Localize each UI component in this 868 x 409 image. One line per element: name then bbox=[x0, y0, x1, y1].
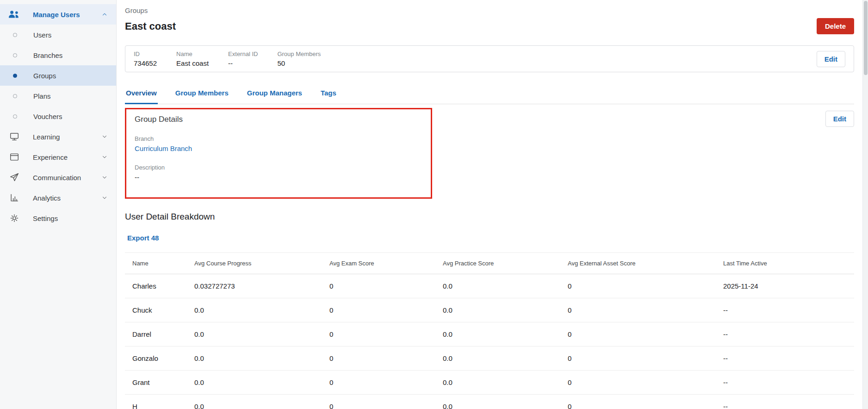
chevron-down-icon bbox=[101, 154, 108, 160]
tab-group-members[interactable]: Group Members bbox=[174, 85, 229, 104]
branch-link[interactable]: Curriculum Branch bbox=[135, 145, 192, 152]
user-detail-breakdown-title: User Detail Breakdown bbox=[125, 212, 854, 222]
gear-icon bbox=[8, 213, 20, 223]
paper-plane-icon bbox=[8, 172, 20, 182]
chevron-down-icon bbox=[101, 174, 108, 181]
tab-tags[interactable]: Tags bbox=[320, 85, 337, 104]
monitor-icon bbox=[8, 132, 20, 142]
field-value: -- bbox=[135, 173, 422, 181]
cell-avg-practice-score: 0.0 bbox=[443, 298, 568, 322]
cell-avg-external-asset-score: 0 bbox=[568, 322, 723, 346]
sidebar-item-label: Learning bbox=[33, 133, 101, 141]
cell-avg-course-progress: 0.0 bbox=[194, 322, 329, 346]
sidebar-item-label: Settings bbox=[33, 214, 108, 222]
cell-avg-course-progress: 0.0 bbox=[194, 346, 329, 371]
table-row[interactable]: Grant 0.0 0 0.0 0 -- bbox=[125, 371, 854, 395]
cell-name: Darrel bbox=[125, 322, 194, 346]
sidebar-item-manage-users[interactable]: Manage Users bbox=[0, 4, 116, 25]
cell-avg-course-progress: 0.032727273 bbox=[194, 274, 329, 298]
cell-avg-external-asset-score: 0 bbox=[568, 274, 723, 298]
sidebar-item-label: Vouchers bbox=[33, 113, 62, 120]
group-details-card-annotated: Group Details Branch Curriculum Branch D… bbox=[125, 108, 432, 199]
export-link[interactable]: Export 48 bbox=[127, 234, 159, 242]
table-header: Name Avg Course Progress Avg Exam Score … bbox=[125, 253, 854, 274]
cell-last-time-active: -- bbox=[723, 298, 854, 322]
info-field-external-id: External ID -- bbox=[228, 50, 258, 67]
sidebar-item-vouchers[interactable]: Vouchers bbox=[0, 106, 116, 126]
radio-circle-icon bbox=[13, 114, 17, 119]
sidebar-item-label: Manage Users bbox=[33, 11, 101, 19]
cell-avg-exam-score: 0 bbox=[329, 346, 443, 371]
chevron-down-icon bbox=[101, 195, 108, 201]
table-row[interactable]: Darrel 0.0 0 0.0 0 -- bbox=[125, 322, 854, 346]
cell-avg-external-asset-score: 0 bbox=[568, 298, 723, 322]
cell-last-time-active: -- bbox=[723, 346, 854, 371]
cell-avg-course-progress: 0.0 bbox=[194, 371, 329, 395]
cell-avg-exam-score: 0 bbox=[329, 274, 443, 298]
group-details-row: Group Details Branch Curriculum Branch D… bbox=[125, 108, 854, 199]
scrollbar-thumb[interactable] bbox=[864, 1, 868, 75]
cell-avg-external-asset-score: 0 bbox=[568, 371, 723, 395]
app-root: Manage Users Users Branches Groups Plans… bbox=[0, 0, 868, 409]
chevron-up-icon bbox=[101, 11, 108, 18]
edit-info-button[interactable]: Edit bbox=[817, 51, 845, 67]
field-label: Group Members bbox=[277, 50, 321, 57]
sidebar-item-plans[interactable]: Plans bbox=[0, 86, 116, 106]
cell-avg-external-asset-score: 0 bbox=[568, 395, 723, 409]
column-header-avg-course-progress: Avg Course Progress bbox=[194, 253, 329, 274]
sidebar-item-communication[interactable]: Communication bbox=[0, 167, 116, 188]
table-row[interactable]: Gonzalo 0.0 0 0.0 0 -- bbox=[125, 346, 854, 371]
cell-avg-exam-score: 0 bbox=[329, 395, 443, 409]
column-header-last-time-active: Last Time Active bbox=[723, 253, 854, 274]
sidebar-item-groups[interactable]: Groups bbox=[0, 65, 116, 86]
cell-avg-course-progress: 0.0 bbox=[194, 395, 329, 409]
radio-circle-filled-icon bbox=[13, 74, 17, 78]
table-row[interactable]: Charles 0.032727273 0 0.0 0 2025-11-24 bbox=[125, 274, 854, 298]
user-table-body: Charles 0.032727273 0 0.0 0 2025-11-24 C… bbox=[125, 274, 854, 409]
edit-details-button[interactable]: Edit bbox=[825, 111, 854, 127]
sidebar-item-experience[interactable]: Experience bbox=[0, 147, 116, 167]
page-title: East coast bbox=[125, 20, 176, 32]
field-label: Name bbox=[176, 50, 209, 57]
tab-overview[interactable]: Overview bbox=[125, 85, 158, 104]
vertical-scrollbar[interactable] bbox=[862, 0, 868, 409]
table-row[interactable]: Chuck 0.0 0 0.0 0 -- bbox=[125, 298, 854, 322]
sidebar: Manage Users Users Branches Groups Plans… bbox=[0, 0, 117, 409]
radio-circle-icon bbox=[13, 53, 17, 57]
sidebar-item-label: Communication bbox=[33, 174, 101, 182]
sidebar-item-learning[interactable]: Learning bbox=[0, 126, 116, 147]
sidebar-item-users[interactable]: Users bbox=[0, 25, 116, 45]
cell-avg-exam-score: 0 bbox=[329, 371, 443, 395]
group-info-card: ID 734652 Name East coast External ID --… bbox=[125, 45, 854, 72]
group-details-title: Group Details bbox=[135, 115, 422, 124]
user-breakdown-table: Name Avg Course Progress Avg Exam Score … bbox=[125, 252, 854, 409]
cell-name: H bbox=[125, 395, 194, 409]
cell-avg-exam-score: 0 bbox=[329, 322, 443, 346]
field-label: Description bbox=[135, 164, 422, 171]
users-group-icon bbox=[8, 10, 20, 19]
branch-field: Branch Curriculum Branch bbox=[135, 135, 422, 153]
chevron-down-icon bbox=[101, 133, 108, 140]
description-field: Description -- bbox=[135, 164, 422, 181]
cell-avg-practice-score: 0.0 bbox=[443, 346, 568, 371]
cell-avg-course-progress: 0.0 bbox=[194, 298, 329, 322]
info-fields: ID 734652 Name East coast External ID --… bbox=[134, 50, 340, 67]
sidebar-item-branches[interactable]: Branches bbox=[0, 45, 116, 65]
field-value: -- bbox=[228, 59, 258, 67]
cell-last-time-active: -- bbox=[723, 371, 854, 395]
sidebar-item-analytics[interactable]: Analytics bbox=[0, 188, 116, 208]
tab-group-managers[interactable]: Group Managers bbox=[246, 85, 303, 104]
title-row: East coast Delete bbox=[125, 18, 854, 34]
cell-name: Charles bbox=[125, 274, 194, 298]
sidebar-item-label: Branches bbox=[33, 51, 62, 59]
radio-circle-icon bbox=[13, 94, 17, 98]
cell-name: Chuck bbox=[125, 298, 194, 322]
cell-name: Gonzalo bbox=[125, 346, 194, 371]
sidebar-item-label: Experience bbox=[33, 153, 101, 161]
field-value: 734652 bbox=[134, 59, 157, 67]
delete-button[interactable]: Delete bbox=[817, 18, 854, 34]
sidebar-item-settings[interactable]: Settings bbox=[0, 208, 116, 228]
cell-avg-practice-score: 0.0 bbox=[443, 371, 568, 395]
table-row[interactable]: H 0.0 0 0.0 0 -- bbox=[125, 395, 854, 409]
cell-avg-external-asset-score: 0 bbox=[568, 346, 723, 371]
